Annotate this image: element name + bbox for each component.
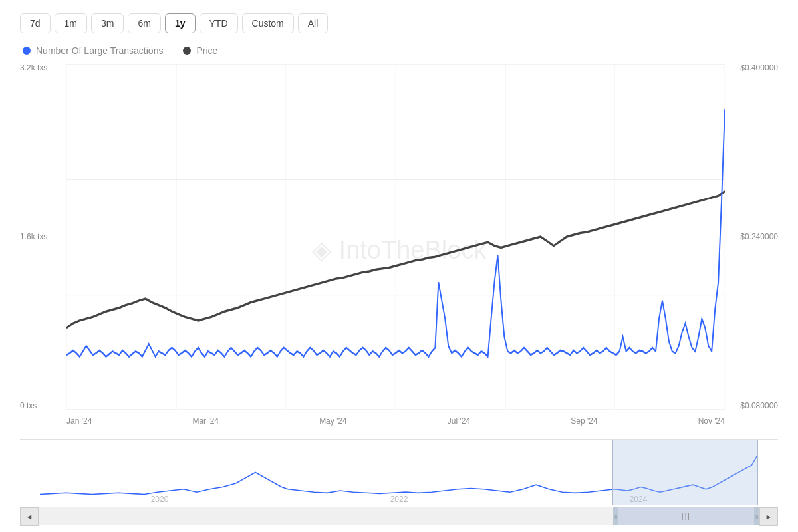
y-label-top-right: $0.400000	[740, 64, 778, 72]
y-label-top-left: 3.2k txs	[20, 64, 66, 72]
x-label-jul-24: Jul '24	[448, 416, 470, 426]
x-label-jan-24: Jan '24	[66, 416, 92, 426]
legend-label-transactions: Number Of Large Transactions	[36, 45, 163, 56]
main-container: 7d1m3m6m1yYTDCustomAll Number Of Large T…	[0, 0, 798, 532]
navigator-container: 2020 2022 2024 ◄ || ||| ||	[20, 439, 778, 525]
x-axis-labels: Jan '24Mar '24May '24Jul '24Sep '24Nov '…	[66, 412, 725, 436]
scroll-left-button[interactable]: ◄	[20, 507, 39, 526]
y-label-bot-left: 0 txs	[20, 402, 66, 410]
legend-item-transactions: Number Of Large Transactions	[23, 45, 163, 56]
time-filter-custom[interactable]: Custom	[242, 13, 294, 33]
main-chart-svg	[66, 64, 725, 410]
navigator-scrollbar: ◄ || ||| || ►	[20, 507, 778, 525]
time-filter-ytd[interactable]: YTD	[200, 13, 238, 33]
time-filter-1m[interactable]: 1m	[55, 13, 87, 33]
time-filter-3m[interactable]: 3m	[91, 13, 124, 33]
y-axis-right: $0.400000 $0.240000 $0.080000	[725, 64, 778, 410]
scroll-track: || ||| ||	[39, 507, 759, 525]
main-chart-svg-area	[66, 64, 725, 410]
y-label-mid-right: $0.240000	[740, 233, 778, 241]
scroll-handle[interactable]: || ||| ||	[613, 507, 759, 525]
navigator-svg	[40, 440, 758, 505]
legend-dot-blue	[23, 47, 31, 55]
y-axis-left: 3.2k txs 1.6k txs 0 txs	[20, 64, 66, 410]
navigator-svg-area	[40, 440, 758, 505]
x-label-may-24: May '24	[319, 416, 347, 426]
navigator-blue-line	[40, 454, 758, 495]
scroll-handle-inner: |||	[682, 513, 691, 520]
legend-dot-dark	[183, 47, 191, 55]
x-label-sep-24: Sep '24	[571, 416, 597, 426]
scroll-grip-left[interactable]: ||	[613, 507, 618, 525]
time-filter-bar: 7d1m3m6m1yYTDCustomAll	[20, 13, 778, 33]
legend-item-price: Price	[183, 45, 217, 56]
x-label-nov-24: Nov '24	[698, 416, 725, 426]
scroll-right-button[interactable]: ►	[759, 507, 778, 526]
x-label-mar-24: Mar '24	[192, 416, 219, 426]
chart-legend: Number Of Large Transactions Price	[20, 45, 778, 56]
time-filter-1y[interactable]: 1y	[165, 13, 196, 33]
chart-wrapper: 3.2k txs 1.6k txs 0 txs $0.400000 $0.240…	[20, 64, 778, 525]
time-filter-7d[interactable]: 7d	[20, 13, 51, 33]
main-chart-container: 3.2k txs 1.6k txs 0 txs $0.400000 $0.240…	[20, 64, 778, 436]
scroll-grip-right[interactable]: ||	[754, 507, 759, 525]
y-label-mid-left: 1.6k txs	[20, 233, 66, 241]
time-filter-6m[interactable]: 6m	[128, 13, 160, 33]
legend-label-price: Price	[196, 45, 217, 56]
y-label-bot-right: $0.080000	[740, 402, 778, 410]
time-filter-all[interactable]: All	[298, 13, 329, 33]
